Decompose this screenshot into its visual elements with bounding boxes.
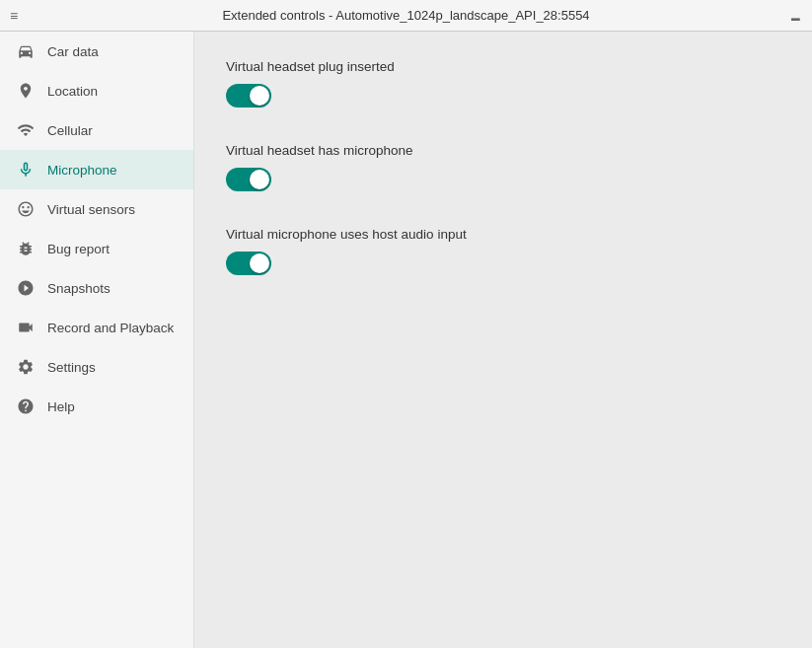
microphone-icon [16, 160, 36, 180]
sidebar-item-cellular-label: Cellular [47, 123, 93, 138]
main-layout: Car data Location Cellular Microphone Vi [0, 32, 812, 648]
window-title: Extended controls - Automotive_1024p_lan… [222, 8, 589, 23]
sidebar-item-help[interactable]: Help [0, 387, 193, 426]
title-bar: ≡ Extended controls - Automotive_1024p_l… [0, 0, 812, 32]
car-icon [16, 41, 36, 61]
toggle-knob [250, 253, 269, 273]
toggle-row-headset-mic: Virtual headset has microphone [226, 143, 780, 195]
toggle-host-audio[interactable] [226, 252, 271, 275]
sidebar-item-snapshots-label: Snapshots [47, 281, 111, 296]
sidebar-item-snapshots[interactable]: Snapshots [0, 268, 193, 308]
sidebar-item-car-data-label: Car data [47, 44, 99, 59]
sidebar-item-location-label: Location [47, 84, 98, 99]
sidebar: Car data Location Cellular Microphone Vi [0, 32, 194, 648]
sidebar-item-car-data[interactable]: Car data [0, 32, 193, 71]
sidebar-item-virtual-sensors[interactable]: Virtual sensors [0, 189, 193, 229]
toggle-label-headset-mic: Virtual headset has microphone [226, 143, 780, 158]
toggle-knob [250, 86, 269, 106]
toggle-row-headset-plug: Virtual headset plug inserted [226, 59, 780, 111]
sidebar-item-location[interactable]: Location [0, 71, 193, 110]
sidebar-item-bug-report-label: Bug report [47, 242, 110, 256]
toggle-headset-plug[interactable] [226, 84, 271, 108]
sidebar-item-settings-label: Settings [47, 360, 96, 375]
sidebar-item-microphone[interactable]: Microphone [0, 150, 193, 189]
sidebar-item-settings[interactable]: Settings [0, 347, 193, 387]
sidebar-item-microphone-label: Microphone [47, 163, 117, 178]
toggle-headset-mic[interactable] [226, 168, 271, 191]
cellular-icon [16, 120, 36, 140]
settings-icon [16, 357, 36, 377]
record-icon [16, 318, 36, 337]
location-icon [16, 81, 36, 101]
bug-icon [16, 239, 36, 258]
sidebar-item-cellular[interactable]: Cellular [0, 110, 193, 150]
sidebar-item-record-playback[interactable]: Record and Playback [0, 308, 193, 347]
close-button[interactable]: 🗕 [788, 9, 802, 23]
sidebar-item-help-label: Help [47, 399, 75, 414]
toggle-knob [250, 170, 269, 189]
sidebar-item-bug-report[interactable]: Bug report [0, 229, 193, 268]
menu-icon: ≡ [10, 8, 18, 24]
content-area: Virtual headset plug inserted Virtual he… [194, 32, 812, 648]
toggle-label-headset-plug: Virtual headset plug inserted [226, 59, 780, 74]
virtual-sensors-icon [16, 199, 36, 219]
sidebar-item-virtual-sensors-label: Virtual sensors [47, 202, 135, 217]
toggle-label-host-audio: Virtual microphone uses host audio input [226, 227, 780, 242]
sidebar-item-record-playback-label: Record and Playback [47, 321, 174, 335]
toggle-row-host-audio: Virtual microphone uses host audio input [226, 227, 780, 279]
snapshots-icon [16, 278, 36, 298]
help-icon [16, 396, 36, 416]
